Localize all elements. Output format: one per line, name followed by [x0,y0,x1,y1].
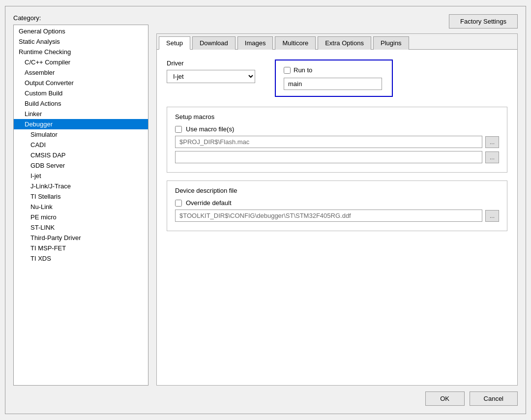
category-item-st-link[interactable]: ST-LINK [14,222,148,233]
category-item-output-converter[interactable]: Output Converter [14,78,148,88]
setup-macros-title: Setup macros [175,113,499,120]
macro-file-input-2[interactable] [175,151,482,163]
tab-download[interactable]: Download [192,36,236,50]
device-description-section: Device description file Override default… [167,180,507,231]
category-item-ti-msp-fet[interactable]: TI MSP-FET [14,243,148,253]
category-item-nu-link[interactable]: Nu-Link [14,202,148,212]
content-area: SetupDownloadImagesMulticoreExtra Option… [156,33,518,386]
macro-row: Use macro file(s) [175,125,499,133]
device-browse-button[interactable]: ... [485,210,499,222]
driver-label: Driver [167,60,255,67]
tab-extra-options[interactable]: Extra Options [318,36,371,50]
right-panel: Factory Settings SetupDownloadImagesMult… [156,14,518,386]
run-to-checkbox[interactable] [284,67,291,74]
category-item-debugger[interactable]: Debugger [14,119,148,129]
override-checkbox[interactable] [175,200,182,207]
category-item-static-analysis[interactable]: Static Analysis [14,36,148,47]
run-to-section: Run to [275,60,393,97]
main-dialog: Category: General OptionsStatic Analysis… [5,6,526,414]
tab-plugins[interactable]: Plugins [373,36,409,50]
run-to-label: Run to [294,66,312,74]
category-item-gdb-server[interactable]: GDB Server [14,160,148,171]
driver-section: Driver I-jetSimulatorCADICMSIS DAPGDB Se… [167,60,255,83]
device-description-title: Device description file [175,187,499,194]
macro-file-row-1: ... [175,136,499,148]
driver-select[interactable]: I-jetSimulatorCADICMSIS DAPGDB ServerJ-L… [167,70,255,83]
category-item-simulator[interactable]: Simulator [14,129,148,140]
category-item-ti-xds[interactable]: TI XDS [14,253,148,264]
use-macro-label: Use macro file(s) [186,125,234,133]
category-item-cmsis-dap[interactable]: CMSIS DAP [14,150,148,160]
tab-images[interactable]: Images [237,36,273,50]
category-item-ti-stellaris[interactable]: TI Stellaris [14,191,148,202]
category-item-c-cpp-compiler[interactable]: C/C++ Compiler [14,57,148,67]
use-macro-checkbox[interactable] [175,126,182,133]
category-item-j-link-j-trace[interactable]: J-Link/J-Trace [14,181,148,191]
dialog-footer: OK Cancel [13,386,518,406]
macro-file-input-1[interactable] [175,136,482,148]
tab-setup[interactable]: Setup [159,36,190,50]
browse-button-1[interactable]: ... [485,136,499,148]
category-item-assembler[interactable]: Assembler [14,67,148,78]
dialog-body: Category: General OptionsStatic Analysis… [13,14,518,386]
tabs-bar: SetupDownloadImagesMulticoreExtra Option… [157,34,517,50]
tab-multicore[interactable]: Multicore [275,36,316,50]
category-item-i-jet[interactable]: I-jet [14,171,148,181]
factory-settings-row: Factory Settings [156,14,518,29]
ok-button[interactable]: OK [425,391,465,406]
category-item-custom-build[interactable]: Custom Build [14,88,148,98]
browse-button-2[interactable]: ... [485,151,499,163]
left-panel: Category: General OptionsStatic Analysis… [13,14,148,386]
category-item-linker[interactable]: Linker [14,109,148,119]
category-list: General OptionsStatic AnalysisRuntime Ch… [13,25,148,386]
cancel-button[interactable]: Cancel [470,391,518,406]
device-file-row: ... [175,210,499,222]
category-item-general-options[interactable]: General Options [14,26,148,36]
category-item-third-party-driver[interactable]: Third-Party Driver [14,233,148,243]
category-label: Category: [13,14,148,22]
top-section: Driver I-jetSimulatorCADICMSIS DAPGDB Se… [167,60,507,97]
override-label: Override default [186,199,232,207]
override-row: Override default [175,199,499,207]
category-item-cadi[interactable]: CADI [14,140,148,150]
factory-settings-button[interactable]: Factory Settings [449,14,518,29]
category-item-build-actions[interactable]: Build Actions [14,98,148,109]
setup-macros-section: Setup macros Use macro file(s) ... ... [167,107,507,173]
run-to-input[interactable] [284,78,382,90]
category-item-pe-micro[interactable]: PE micro [14,212,148,222]
tab-content: Driver I-jetSimulatorCADICMSIS DAPGDB Se… [157,50,517,385]
category-item-runtime-checking[interactable]: Runtime Checking [14,47,148,57]
run-to-header: Run to [284,66,384,74]
device-file-input[interactable] [175,210,482,222]
macro-file-row-2: ... [175,151,499,163]
